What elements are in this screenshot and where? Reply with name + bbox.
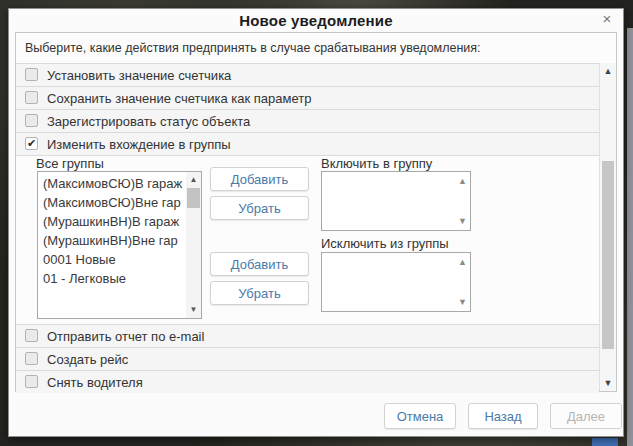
action-row-register-status[interactable]: Зарегистрировать статус объекта	[16, 109, 599, 132]
checkbox-unchecked[interactable]	[25, 352, 38, 365]
include-group-label: Включить в группу	[321, 156, 432, 171]
list-item[interactable]: 01 - Легковые	[38, 269, 185, 288]
list-item[interactable]: (МаксимовСЮ)В гараж	[38, 174, 185, 193]
action-row-send-report-email[interactable]: Отправить отчет по e-mail	[16, 324, 599, 347]
scrollbar-thumb[interactable]	[602, 161, 614, 349]
exclude-group-listbox[interactable]: ▲ ▼	[321, 252, 471, 312]
scroll-up-icon[interactable]: ▲	[600, 64, 616, 78]
scroll-down-icon[interactable]: ▼	[186, 303, 201, 317]
action-label: Отправить отчет по e-mail	[47, 325, 204, 348]
add-to-include-button[interactable]: Добавить	[210, 167, 309, 191]
close-icon[interactable]: ×	[599, 11, 615, 27]
checkbox-unchecked[interactable]	[25, 114, 38, 127]
remove-from-include-button[interactable]: Убрать	[210, 196, 309, 220]
dialog-titlebar: Новое уведомление ×	[9, 9, 623, 31]
remove-from-exclude-button[interactable]: Убрать	[210, 281, 309, 305]
list-item[interactable]: 0001 Новые	[38, 250, 185, 269]
map-control-fragment	[592, 438, 618, 446]
cancel-button[interactable]: Отмена	[384, 403, 456, 429]
checkbox-unchecked[interactable]	[25, 375, 38, 388]
groups-editor: Все группы (МаксимовСЮ)В гараж (Максимов…	[16, 155, 599, 324]
instruction-text: Выберите, какие действия предпринять в с…	[25, 41, 481, 55]
action-label: Изменить вхождение в группы	[47, 133, 231, 156]
action-label: Снять водителя	[47, 371, 143, 394]
all-groups-listbox[interactable]: (МаксимовСЮ)В гараж (МаксимовСЮ)Вне гар …	[37, 171, 202, 319]
back-button[interactable]: Назад	[468, 403, 538, 429]
scroll-down-icon[interactable]: ▼	[458, 297, 467, 307]
add-to-exclude-button[interactable]: Добавить	[210, 252, 309, 276]
action-row-save-counter-param[interactable]: Сохранить значение счетчика как параметр	[16, 86, 599, 109]
next-button: Далее	[550, 403, 622, 429]
actions-list: Установить значение счетчика Сохранить з…	[16, 63, 616, 391]
background-app-strip	[627, 28, 633, 446]
list-item[interactable]: (МурашкинВН)В гараж	[38, 212, 185, 231]
all-groups-items: (МаксимовСЮ)В гараж (МаксимовСЮ)Вне гар …	[38, 174, 185, 288]
action-label: Зарегистрировать статус объекта	[47, 110, 250, 133]
dialog-title: Новое уведомление	[9, 9, 623, 33]
checkbox-unchecked[interactable]	[25, 68, 38, 81]
scroll-down-icon[interactable]: ▼	[458, 216, 467, 226]
listbox-scrollbar[interactable]: ▲ ▼	[186, 172, 201, 318]
scroll-up-icon[interactable]: ▲	[186, 173, 201, 187]
action-row-change-groups[interactable]: ✔ Изменить вхождение в группы	[16, 132, 599, 155]
scroll-down-icon[interactable]: ▼	[600, 376, 616, 390]
action-label: Сохранить значение счетчика как параметр	[47, 87, 311, 110]
checkbox-unchecked[interactable]	[25, 91, 38, 104]
scrollbar-thumb[interactable]	[187, 188, 200, 208]
exclude-group-label: Исключить из группы	[321, 236, 449, 251]
include-group-listbox[interactable]: ▲ ▼	[321, 171, 471, 231]
scroll-up-icon[interactable]: ▲	[458, 257, 467, 267]
action-row-set-counter[interactable]: Установить значение счетчика	[16, 63, 599, 86]
scroll-up-icon[interactable]: ▲	[458, 176, 467, 186]
all-groups-label: Все группы	[36, 156, 104, 171]
actions-scrollbar[interactable]: ▲ ▼	[599, 63, 616, 391]
list-item[interactable]: (МурашкинВН)Вне гар	[38, 231, 185, 250]
checkbox-checked-icon[interactable]: ✔	[25, 137, 38, 150]
list-item[interactable]: (МаксимовСЮ)Вне гар	[38, 193, 185, 212]
action-row-remove-driver[interactable]: Снять водителя	[16, 370, 599, 393]
action-label: Установить значение счетчика	[47, 64, 231, 87]
new-notification-dialog: Новое уведомление × Выберите, какие дейс…	[8, 8, 624, 437]
action-label: Создать рейс	[47, 348, 128, 371]
action-row-create-trip[interactable]: Создать рейс	[16, 347, 599, 370]
actions-panel: Выберите, какие действия предпринять в с…	[15, 32, 617, 392]
checkbox-unchecked[interactable]	[25, 329, 38, 342]
actions-rows: Установить значение счетчика Сохранить з…	[16, 63, 599, 393]
